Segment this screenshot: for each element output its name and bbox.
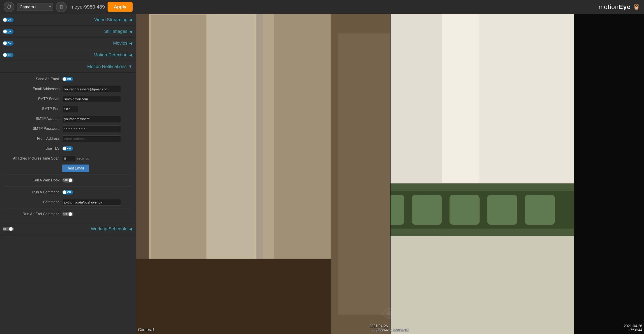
svg-rect-17	[412, 195, 442, 225]
movies-toggle[interactable]: ON	[3, 41, 14, 45]
svg-rect-19	[487, 195, 517, 225]
toggle-off-label: OFF	[3, 228, 8, 230]
run-end-command-label: Run An End Command	[4, 212, 62, 216]
svg-rect-18	[450, 195, 480, 225]
command-input[interactable]	[62, 199, 121, 206]
camera2-time: 17:58:44	[624, 328, 642, 332]
working-schedule-arrow: ◀	[129, 227, 132, 232]
camera-icon: ⏱	[6, 4, 12, 10]
still-images-section[interactable]: ON Still Images ◀	[0, 26, 136, 37]
use-tls-row: Use TLS ON	[4, 145, 132, 152]
svg-rect-21	[390, 236, 574, 334]
from-address-input[interactable]	[62, 135, 121, 142]
svg-rect-8	[338, 33, 390, 315]
apply-button[interactable]: Apply	[108, 2, 133, 12]
toggle-on-label: ON	[8, 18, 12, 21]
video-area: Camera1 2021-04-26 17:58:44	[136, 14, 644, 334]
email-addresses-input[interactable]	[62, 86, 121, 92]
camera2-svg	[390, 14, 644, 334]
command-label: Command	[4, 200, 62, 204]
movies-toggle-area: ON	[3, 41, 14, 45]
hostname-label: meye-9980f489	[70, 4, 105, 10]
motion-notifications-arrow: ▼	[128, 64, 132, 69]
motion-notifications-title: Motion Notifications	[87, 64, 127, 69]
use-tls-toggle[interactable]: ON	[62, 146, 73, 151]
camera2-cell[interactable]: Camera2 2021-04-26 17:58:44	[390, 14, 644, 334]
camera-icon-button[interactable]: ⏱	[4, 1, 14, 12]
use-tls-label: Use TLS	[4, 146, 62, 151]
attached-pictures-input[interactable]	[62, 155, 76, 162]
still-images-title: Still Images	[104, 29, 128, 34]
smtp-password-input[interactable]	[62, 126, 121, 132]
smtp-server-label: SMTP Server	[4, 97, 62, 101]
movies-section[interactable]: ON Movies ◀	[0, 37, 136, 49]
camera1-date: 2021-04-26	[369, 324, 388, 328]
toggle-on-label: ON	[8, 30, 12, 33]
web-hook-label: Call A Web Hook	[4, 178, 62, 182]
run-command-row: Run A Command ON	[4, 188, 132, 196]
smtp-port-input[interactable]	[62, 106, 78, 112]
motion-notifications-section[interactable]: Motion Notifications ▼	[0, 61, 136, 72]
run-command-label: Run A Command	[4, 190, 62, 194]
toggle-on-label: ON	[67, 191, 71, 194]
movies-title: Movies	[113, 40, 128, 46]
motion-detection-toggle[interactable]: ON	[3, 53, 14, 57]
divider-2	[4, 186, 132, 187]
motion-detection-arrow: ◀	[129, 52, 132, 57]
settings-panel: ON Video Streaming ◀ ON Still Images ◀	[0, 14, 136, 334]
toggle-off-label: OFF	[63, 179, 68, 182]
camera1-cell[interactable]: Camera1 2021-04-26 17:58:44	[136, 14, 390, 334]
test-email-button[interactable]: Test Email	[62, 165, 89, 172]
web-hook-toggle[interactable]: OFF	[62, 178, 74, 183]
logo-text-light: motion	[598, 3, 619, 10]
working-schedule-section[interactable]: OFF Working Schedule ◀	[0, 223, 136, 235]
topbar-right: motionEye 🦉	[598, 3, 640, 10]
logo-text-bold: Eye	[619, 3, 631, 10]
from-address-label: From Address	[4, 137, 62, 141]
toggle-knob	[3, 53, 7, 57]
toggle-knob	[9, 227, 13, 231]
send-email-toggle[interactable]: ON	[62, 77, 73, 81]
attached-pictures-row: Attached Pictures Time Span seconds	[4, 155, 132, 162]
delete-camera-button[interactable]: 🗑	[56, 1, 67, 12]
toggle-on-label: ON	[67, 78, 71, 80]
run-end-command-toggle[interactable]: OFF	[62, 212, 74, 216]
toggle-on-label: ON	[67, 147, 71, 150]
motion-notifications-form: Send An Email ON Email Addresses SMTP Se…	[0, 72, 136, 223]
toggle-knob	[63, 77, 66, 81]
video-streaming-toggle[interactable]: ON	[3, 17, 14, 22]
working-schedule-toggle[interactable]: OFF	[3, 227, 14, 231]
toggle-knob	[68, 212, 72, 216]
smtp-port-row: SMTP Port	[4, 105, 132, 113]
camera-select[interactable]: Camera1 Camera2	[17, 3, 53, 11]
smtp-account-input[interactable]	[62, 116, 121, 122]
camera2-overlay: Camera2 2021-04-26 17:58:44	[392, 324, 642, 332]
still-images-toggle[interactable]: ON	[3, 29, 14, 34]
test-email-row: Test Email	[4, 165, 132, 172]
copyright-text: copyright © Calin Crisan	[372, 328, 408, 332]
app-logo: motionEye	[598, 3, 631, 10]
video-streaming-section[interactable]: ON Video Streaming ◀	[0, 14, 136, 26]
camera-select-wrapper: Camera1 Camera2	[17, 3, 53, 11]
email-addresses-label: Email Addresses	[4, 87, 62, 91]
smtp-password-row: SMTP Password	[4, 125, 132, 132]
video-streaming-arrow: ◀	[129, 17, 132, 22]
camera1-overlay: Camera1 2021-04-26 17:58:44	[138, 324, 388, 332]
svg-rect-16	[390, 195, 404, 225]
toggle-knob	[3, 41, 7, 45]
working-schedule-title: Working Schedule	[91, 226, 128, 232]
divider-1	[4, 174, 132, 175]
still-images-toggle-area: ON	[3, 29, 14, 34]
working-schedule-toggle-area: OFF	[3, 227, 14, 231]
toggle-knob	[68, 179, 72, 182]
smtp-server-row: SMTP Server	[4, 95, 132, 103]
motion-detection-section[interactable]: ON Motion Detection ◀	[0, 49, 136, 61]
toggle-on-label: ON	[8, 54, 12, 56]
camera1-feed	[136, 14, 390, 334]
toggle-off-label: OFF	[63, 213, 68, 215]
email-addresses-row: Email Addresses	[4, 85, 132, 93]
topbar: ⏱ Camera1 Camera2 🗑 meye-9980f489 Apply …	[0, 0, 644, 14]
run-end-command-row: Run An End Command OFF	[4, 210, 132, 218]
smtp-server-input[interactable]	[62, 96, 121, 102]
run-command-toggle[interactable]: ON	[62, 190, 73, 195]
